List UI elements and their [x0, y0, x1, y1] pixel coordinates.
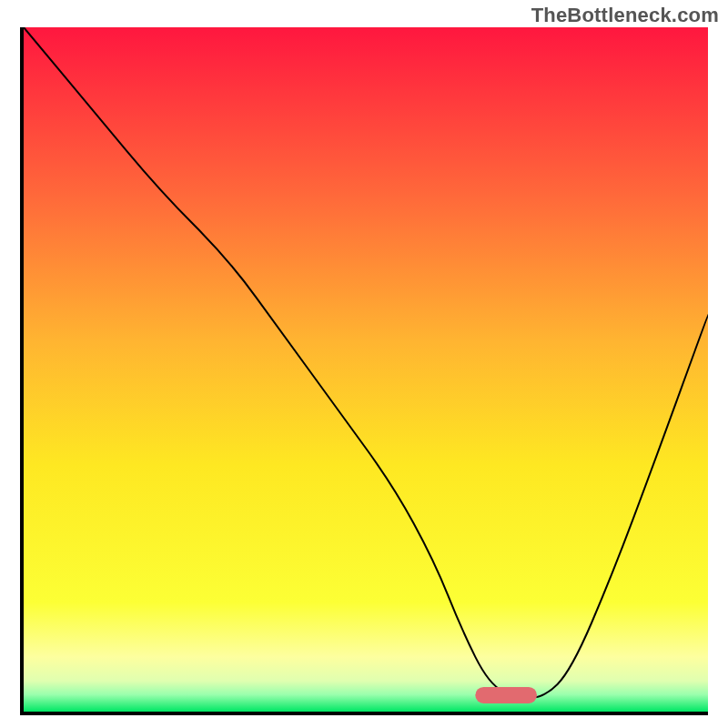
bottleneck-chart [20, 27, 708, 715]
chart-background [24, 27, 708, 712]
chart-svg [20, 27, 708, 715]
optimal-zone-marker [475, 687, 537, 703]
watermark-label: TheBottleneck.com [531, 4, 719, 27]
